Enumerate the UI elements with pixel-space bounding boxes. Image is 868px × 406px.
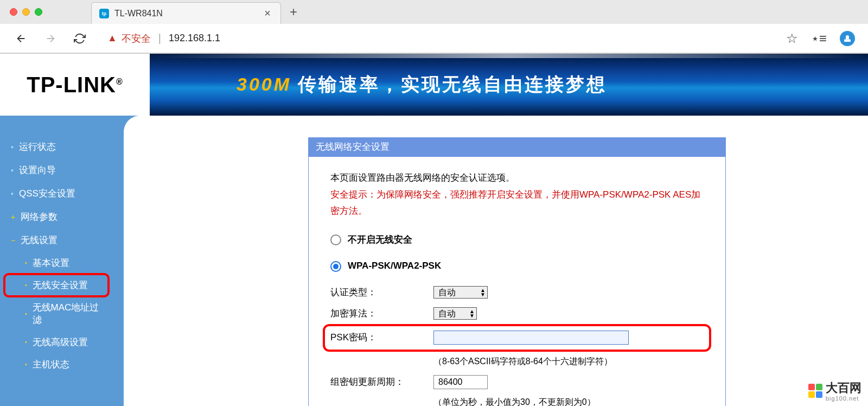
window-close-button[interactable] (10, 8, 17, 16)
banner: 300M 传输速率，实现无线自由连接梦想 (150, 54, 868, 116)
psk-hint: （8-63个ASCII码字符或8-64个十六进制字符） (433, 354, 612, 370)
submenu-wireless-advanced[interactable]: •无线高级设置 (0, 331, 113, 353)
radio-label: 不开启无线安全 (348, 232, 412, 249)
warning-icon: ▲ (107, 33, 117, 44)
tab-favicon-icon: tp (99, 9, 109, 18)
browser-tab[interactable]: tp TL-WR841N × (91, 2, 281, 24)
encrypt-select[interactable]: 自动 (433, 307, 477, 320)
radio-disable-security[interactable]: 不开启无线安全 (330, 232, 704, 249)
router-header: TP-LINK® 300M 传输速率，实现无线自由连接梦想 (0, 54, 868, 116)
profile-icon[interactable] (840, 31, 855, 46)
window-controls (10, 8, 42, 16)
sidebar: •运行状态 •设置向导 •QSS安全设置 网络参数 无线设置 •基本设置 •无线… (0, 116, 113, 406)
tab-title: TL-WR841N (114, 9, 262, 18)
reading-list-icon[interactable]: ⋆≡ (811, 31, 827, 46)
submenu-host-status[interactable]: •主机状态 (0, 353, 113, 376)
radio-wpa-psk[interactable]: WPA-PSK/WPA2-PSK (330, 258, 704, 275)
logo-area: TP-LINK® (0, 54, 150, 116)
row-psk-hint: （8-63个ASCII码字符或8-64个十六进制字符） (330, 354, 704, 370)
menu-network-params[interactable]: 网络参数 (0, 205, 113, 229)
tab-bar: tp TL-WR841N × + (0, 0, 868, 24)
description-text: 本页面设置路由器无线网络的安全认证选项。 (330, 170, 704, 187)
url-separator: | (158, 32, 161, 45)
window-minimize-button[interactable] (22, 8, 30, 16)
row-psk-password: PSK密码： (325, 326, 709, 350)
watermark-sub: big100.net (826, 395, 861, 402)
settings-box: 无线网络安全设置 本页面设置路由器无线网络的安全认证选项。 安全提示：为保障网络… (308, 137, 726, 406)
reload-button[interactable] (72, 30, 88, 47)
menu-wireless-settings[interactable]: 无线设置 (0, 229, 113, 252)
browser-toolbar: ▲ 不安全 | 192.168.1.1 ☆ ⋆≡ (0, 24, 868, 53)
box-header: 无线网络安全设置 (308, 137, 726, 156)
main-layout: •运行状态 •设置向导 •QSS安全设置 网络参数 无线设置 •基本设置 •无线… (0, 116, 868, 406)
group-key-label: 组密钥更新周期： (330, 374, 433, 391)
row-auth-type: 认证类型： 自动 ▲▼ (330, 284, 704, 301)
content-panel: 无线网络安全设置 本页面设置路由器无线网络的安全认证选项。 安全提示：为保障网络… (124, 116, 868, 406)
address-bar[interactable]: ▲ 不安全 | 192.168.1.1 (101, 29, 773, 48)
toolbar-icons: ☆ ⋆≡ (786, 31, 855, 46)
url-text: 192.168.1.1 (169, 33, 220, 44)
menu-qss-security[interactable]: •QSS安全设置 (0, 182, 113, 205)
radio-icon (330, 261, 341, 272)
radio-label: WPA-PSK/WPA2-PSK (348, 258, 441, 275)
security-label: 不安全 (122, 32, 151, 45)
favorite-icon[interactable]: ☆ (786, 31, 798, 46)
svg-rect-0 (844, 39, 851, 42)
menu-running-status[interactable]: •运行状态 (0, 135, 113, 158)
tab-close-button[interactable]: × (262, 7, 273, 20)
row-encrypt-algo: 加密算法： 自动 ▲▼ (330, 306, 704, 322)
watermark-logo-icon (808, 384, 822, 398)
logo-text: TP-LINK® (27, 73, 123, 97)
security-warning: ▲ 不安全 (107, 32, 151, 45)
banner-text: 300M 传输速率，实现无线自由连接梦想 (237, 72, 607, 97)
menu-setup-wizard[interactable]: •设置向导 (0, 158, 113, 182)
box-body: 本页面设置路由器无线网络的安全认证选项。 安全提示：为保障网络安全，强烈推荐开启… (308, 156, 726, 406)
content-area: 无线网络安全设置 本页面设置路由器无线网络的安全认证选项。 安全提示：为保障网络… (113, 116, 868, 406)
psk-label: PSK密码： (330, 329, 433, 346)
back-button[interactable] (13, 30, 29, 47)
encrypt-label: 加密算法： (330, 306, 433, 322)
watermark: 大百网 big100.net (808, 380, 861, 402)
forward-button[interactable] (42, 30, 59, 47)
row-group-key: 组密钥更新周期： (330, 374, 704, 391)
watermark-text: 大百网 (826, 380, 861, 396)
submenu-wireless-security[interactable]: •无线安全设置 (4, 274, 108, 296)
group-key-input[interactable] (433, 375, 488, 389)
new-tab-button[interactable]: + (290, 4, 297, 20)
submenu-basic-settings[interactable]: •基本设置 (0, 252, 113, 274)
warning-text: 安全提示：为保障网络安全，强烈推荐开启安全设置，并使用WPA-PSK/WPA2-… (330, 187, 704, 220)
auth-type-label: 认证类型： (330, 284, 433, 301)
row-group-key-hint: （单位为秒，最小值为30，不更新则为0） (330, 395, 704, 406)
radio-icon (330, 234, 341, 245)
window-maximize-button[interactable] (35, 8, 42, 16)
group-key-hint: （单位为秒，最小值为30，不更新则为0） (433, 395, 596, 406)
submenu-mac-filter[interactable]: •无线MAC地址过滤 (0, 296, 113, 331)
browser-chrome: tp TL-WR841N × + ▲ 不安全 | 192.168.1.1 ☆ ⋆… (0, 0, 868, 54)
psk-password-input[interactable] (433, 331, 629, 345)
auth-type-select[interactable]: 自动 (433, 286, 488, 299)
